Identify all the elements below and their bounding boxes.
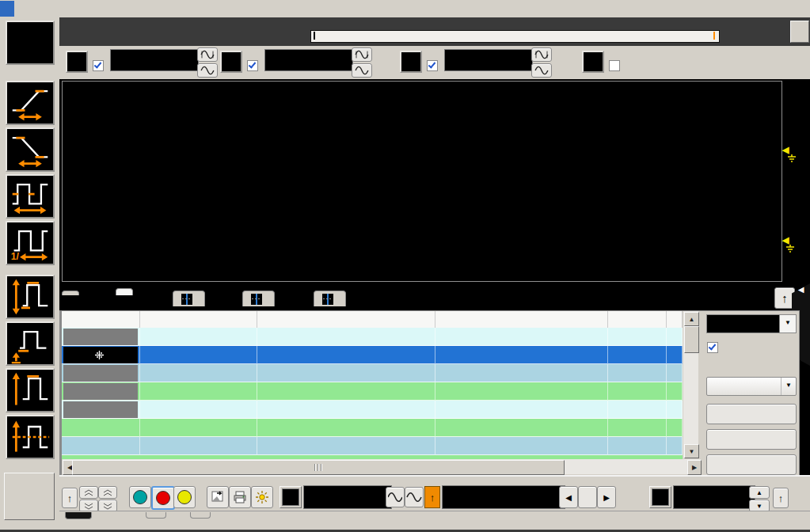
channel-2-button[interactable]: [220, 51, 242, 73]
horizontal-scroll-thumb[interactable]: [72, 460, 565, 475]
channel-controls: [59, 46, 810, 79]
col-type: [667, 311, 683, 328]
svg-text:1/: 1/: [11, 251, 20, 262]
measure-fall-time-button[interactable]: [6, 127, 55, 172]
menu-trigger[interactable]: [43, 1, 57, 17]
scroll-right-icon[interactable]: ▶: [687, 460, 702, 475]
measure-maximum-button[interactable]: [6, 368, 55, 412]
tab-symbols[interactable]: [62, 291, 79, 295]
tab-packets[interactable]: [116, 288, 133, 295]
position-zero-button[interactable]: [578, 486, 597, 508]
minimize-button[interactable]: [790, 21, 809, 43]
tab-scales[interactable]: [190, 512, 211, 519]
vertical-scroll-thumb[interactable]: [684, 326, 699, 353]
menu-utilities[interactable]: [86, 1, 100, 17]
channel-3-scale-icon[interactable]: [531, 63, 552, 78]
trigger-position-button[interactable]: ↑: [424, 486, 440, 508]
menu-demos[interactable]: [100, 1, 114, 17]
memory-bar[interactable]: [310, 30, 720, 43]
scroll-up-icon[interactable]: ▲: [684, 312, 699, 326]
crosshair-icon: [95, 351, 104, 359]
measure-pulse-width-button[interactable]: [6, 174, 55, 218]
measure-rise-time-button[interactable]: [6, 81, 55, 125]
level-up-icon[interactable]: ▲: [749, 486, 770, 499]
channel-4-button[interactable]: [582, 51, 604, 73]
horizontal-position[interactable]: [442, 485, 565, 509]
single-button[interactable]: [173, 486, 196, 508]
expand-up-button[interactable]: ↑: [62, 488, 78, 508]
stop-button[interactable]: [151, 486, 175, 510]
expand-trigger-button[interactable]: ↑: [773, 488, 789, 508]
measure-peak-peak-button[interactable]: [6, 275, 55, 319]
hscale-large-icon[interactable]: [405, 487, 424, 507]
channel-3-button[interactable]: [400, 51, 422, 73]
channel-2-scale[interactable]: [264, 49, 353, 71]
fine-increment-button[interactable]: [98, 486, 117, 499]
tab-status[interactable]: [146, 512, 166, 519]
channel-3-on-checkbox[interactable]: [427, 60, 438, 71]
measure-average-button[interactable]: [6, 415, 55, 459]
agilent-logo: [6, 21, 55, 65]
trigger-level[interactable]: [673, 485, 755, 509]
packet-listing-panel: ▲ ▼ ◀ ▶ ▼ ▼: [61, 310, 800, 477]
save-button[interactable]: [706, 454, 797, 475]
channel-3-scale[interactable]: [444, 49, 533, 71]
channel-1-scale-icon[interactable]: [197, 63, 218, 78]
table-row[interactable]: [62, 364, 683, 382]
decode-control-panel: ▼ ▼: [702, 311, 799, 474]
menu-measure[interactable]: [57, 1, 71, 17]
menu-control[interactable]: [14, 1, 29, 17]
measure-minimum-button[interactable]: [6, 321, 55, 366]
horizontal-scrollbar[interactable]: ◀ ▶: [63, 459, 701, 474]
table-row[interactable]: [62, 382, 683, 401]
waveform-display: ◀ ◀ ↑ ◀: [59, 79, 810, 310]
setup-button[interactable]: [706, 404, 797, 424]
scroll-down-icon[interactable]: ▼: [684, 444, 699, 458]
tab-navigation[interactable]: [65, 512, 92, 519]
hscale-small-icon[interactable]: [386, 487, 405, 507]
horizontal-scale[interactable]: [303, 485, 392, 509]
brightness-button[interactable]: [251, 486, 273, 508]
table-row[interactable]: [62, 419, 683, 437]
channel-4-on-checkbox[interactable]: [609, 60, 620, 71]
menu-file[interactable]: [0, 1, 14, 17]
run-button[interactable]: [129, 486, 151, 508]
display-format-dropdown[interactable]: ▼: [706, 377, 797, 396]
show-fields-checkbox[interactable]: [707, 342, 718, 353]
print-button[interactable]: [229, 486, 251, 508]
more-measurements-button[interactable]: [4, 473, 55, 520]
channel-1-on-checkbox[interactable]: [93, 60, 104, 71]
position-right-button[interactable]: ▶: [597, 486, 616, 508]
tab-details[interactable]: [173, 291, 205, 306]
channel-1-waveform-icon[interactable]: [197, 48, 218, 62]
channel-2-waveform-icon[interactable]: [352, 48, 372, 62]
channel-2-on-checkbox[interactable]: [247, 60, 258, 71]
waveform-grid: [62, 81, 782, 282]
table-row-selected[interactable]: [62, 346, 683, 364]
menu-analyze[interactable]: [71, 1, 86, 17]
position-left-button[interactable]: ◀: [559, 486, 578, 508]
export-image-button[interactable]: [207, 486, 229, 508]
memory-marker-m1[interactable]: ◀: [782, 146, 797, 162]
channel-1-button[interactable]: [66, 51, 88, 73]
tab-payload[interactable]: [242, 291, 275, 306]
memory-bar-cursor: [314, 32, 315, 40]
tab-header[interactable]: [314, 291, 346, 306]
col-seq: [608, 311, 667, 328]
decode-symbol-row: [63, 217, 780, 234]
table-row[interactable]: [62, 328, 683, 346]
table-row[interactable]: [62, 401, 683, 419]
search-button[interactable]: [706, 429, 797, 450]
decode-source-dropdown[interactable]: ▼: [706, 314, 797, 333]
bus-marker-1[interactable]: ◀: [782, 236, 795, 253]
channel-2-scale-icon[interactable]: [352, 63, 372, 78]
measure-period-button[interactable]: 1/: [6, 221, 55, 265]
table-row[interactable]: [62, 437, 683, 455]
menu-setup[interactable]: [29, 1, 43, 17]
channel-3-waveform-icon[interactable]: [531, 48, 552, 62]
menu-help[interactable]: [114, 1, 128, 17]
vertical-scrollbar[interactable]: ▲ ▼: [683, 311, 698, 458]
coarse-increment-button[interactable]: [79, 486, 98, 499]
channel-1-scale[interactable]: [110, 49, 199, 71]
listing-icon: [251, 294, 262, 305]
